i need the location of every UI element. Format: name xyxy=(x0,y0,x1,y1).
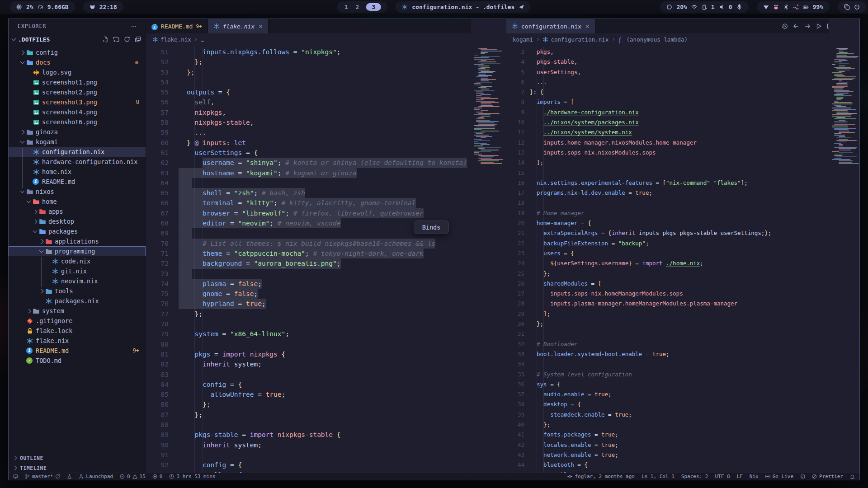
tree-item-docs[interactable]: docs xyxy=(9,57,146,67)
statusbar-encoding[interactable]: UTF-8 xyxy=(715,473,730,480)
new-file-icon[interactable] xyxy=(102,36,108,42)
tree-item-code-nix[interactable]: code.nix xyxy=(9,256,146,266)
selection-highlight xyxy=(179,178,192,188)
tab-flake-nix[interactable]: flake.nix× xyxy=(208,19,269,33)
panel-header-timeline[interactable]: TIMELINE xyxy=(9,463,146,473)
statusbar-notifications[interactable] xyxy=(850,473,855,480)
minimap-line xyxy=(481,67,490,68)
tree-item-logo-svg[interactable]: logo.svg xyxy=(9,67,146,77)
tab-configuration-nix[interactable]: configuration.nix× xyxy=(506,19,595,33)
chevron-right-icon xyxy=(33,219,37,224)
tree-item-packages[interactable]: packages xyxy=(9,226,146,236)
statusbar-eol[interactable]: LF xyxy=(737,473,743,480)
tree-item-config[interactable]: config xyxy=(9,47,146,57)
tree-item-neovim-nix[interactable]: neovim.nix xyxy=(9,276,146,286)
window-title-pill[interactable]: configuration.nix - .dotfiles xyxy=(396,1,531,13)
breadcrumb-item-kogami[interactable]: kogami xyxy=(513,36,533,43)
statusbar-gitlens-blame[interactable]: foglar, 2 months ago xyxy=(567,473,634,480)
statusbar-cursor-position[interactable]: Ln 1, Col 1 xyxy=(642,473,675,480)
forward-icon[interactable] xyxy=(804,23,811,29)
tree-item-git-nix[interactable]: git.nix xyxy=(9,266,146,276)
minimap-line xyxy=(836,112,849,113)
statusbar-indentation[interactable]: Spaces: 2 xyxy=(681,473,708,480)
line-number: 21 xyxy=(506,228,524,238)
history-icon[interactable] xyxy=(782,23,788,29)
tab-readme-md[interactable]: iREADME.md9+ xyxy=(146,19,208,33)
explorer-more-icon[interactable] xyxy=(130,23,137,29)
minimap-line xyxy=(834,118,856,119)
tree-item-flake-lock[interactable]: flake.lock xyxy=(9,326,146,336)
workspace-root-header[interactable]: .DOTFILES xyxy=(9,33,146,45)
run-icon[interactable] xyxy=(816,23,822,29)
tree-item-readme-md[interactable]: iREADME.md xyxy=(9,177,146,187)
tree-item-nixos[interactable]: nixos xyxy=(9,187,146,197)
workspace-button-2[interactable]: 2 xyxy=(355,4,360,10)
tree-item-flake-nix[interactable]: flake.nix xyxy=(9,336,146,346)
refresh-icon[interactable] xyxy=(124,36,130,42)
minimap[interactable] xyxy=(829,19,859,473)
tree-item-screenshot2-png[interactable]: screenshot2.png xyxy=(9,87,146,97)
line-content: inputs.sops-nix.nixosModules.sops xyxy=(530,148,656,158)
tree-item-screenshot6-png[interactable]: screenshot6.png xyxy=(9,117,146,127)
breadcrumb-item-configuration-nix[interactable]: configuration.nix xyxy=(542,36,609,43)
statusbar-ports[interactable]: 0 xyxy=(152,473,163,480)
statusbar-launchpad[interactable]: Launchpad xyxy=(79,473,113,480)
tree-item-todo-md[interactable]: ✓TODO.md xyxy=(9,356,146,366)
memory-gauge-icon xyxy=(38,4,43,10)
tree-item-screenshot3-png[interactable]: screenshot3.pngU xyxy=(9,97,146,107)
statusbar-problems[interactable]: 015 xyxy=(120,473,146,480)
tree-item-home-nix[interactable]: home.nix xyxy=(9,167,146,177)
statusbar-language-mode[interactable]: Nix xyxy=(750,473,759,480)
close-icon[interactable]: × xyxy=(259,23,262,30)
tree-item-desktop[interactable]: desktop xyxy=(9,216,146,226)
breadcrumb-item-flake-nix[interactable]: flake.nix xyxy=(152,36,191,43)
system-stats[interactable]: 2% 9.66GB xyxy=(10,1,75,13)
tree-item-packages-nix[interactable]: packages.nix xyxy=(9,296,146,306)
tree-item-kogami[interactable]: kogami xyxy=(9,137,146,147)
statusbar-remote-indicator[interactable] xyxy=(13,473,18,480)
session-tray[interactable] xyxy=(838,1,866,13)
folder-icon xyxy=(26,188,33,195)
panel-header-outline[interactable]: OUTLINE xyxy=(9,453,146,463)
statusbar-cast[interactable] xyxy=(800,473,805,480)
tree-item-tools[interactable]: tools xyxy=(9,286,146,296)
connectivity-tray[interactable]: 99% xyxy=(757,1,830,13)
system-tray[interactable]: 20% 1 0 xyxy=(660,1,748,13)
line-content: config = { xyxy=(187,460,242,470)
tree-item-apps[interactable]: apps xyxy=(9,206,146,216)
new-folder-icon[interactable] xyxy=(113,36,119,42)
tree-item-readme-md[interactable]: iREADME.md9+ xyxy=(9,346,146,356)
tree-item-system[interactable]: system xyxy=(9,306,146,316)
tree-item-ginoza[interactable]: ginoza xyxy=(9,127,146,137)
tree-item-screenshot4-png[interactable]: screenshot4.png xyxy=(9,107,146,117)
statusbar-git-branch[interactable]: master* xyxy=(25,473,60,480)
statusbar-prettier[interactable]: Prettier xyxy=(812,473,843,480)
code-editor[interactable]: 3 pkgs,4 pkgs-stable,5 userSettings,6 ..… xyxy=(506,45,829,473)
tree-item-home[interactable]: home xyxy=(9,197,146,206)
collapse-all-icon[interactable] xyxy=(135,36,141,42)
statusbar-beaker[interactable] xyxy=(67,473,72,480)
tree-item-hardware-configuration-nix[interactable]: hardware-configuration.nix xyxy=(9,157,146,167)
breadcrumb-item-anonymous-lambda[interactable]: ƒ(anonymous lambda) xyxy=(618,36,688,43)
minimap[interactable] xyxy=(471,19,506,473)
code-line: 39 steamdeck.enable = true; xyxy=(506,410,829,420)
minimap-line xyxy=(476,99,484,100)
close-icon[interactable]: × xyxy=(585,23,589,30)
minimap-line xyxy=(481,71,495,72)
statusbar-wakatime[interactable]: 3 hrs 53 mins xyxy=(169,473,215,480)
tree-item-configuration-nix[interactable]: configuration.nix xyxy=(9,147,146,157)
tree-item-programming[interactable]: programming xyxy=(9,246,146,256)
tree-item-applications[interactable]: applications xyxy=(9,236,146,246)
clock-widget[interactable]: 22:18 xyxy=(83,1,123,13)
line-content: self, xyxy=(187,97,214,107)
workspace-button-3[interactable]: 3 xyxy=(366,3,381,11)
tree-item-screenshot1-png[interactable]: screenshot1.png xyxy=(9,77,146,87)
breadcrumb-item-[interactable]: … xyxy=(201,36,204,43)
statusbar-go-live[interactable]: Go Live xyxy=(765,473,793,480)
code-editor[interactable]: 51 inputs.nixpkgs.follows = "nixpkgs";52… xyxy=(146,45,471,473)
back-icon[interactable] xyxy=(793,23,799,29)
chevron-slot xyxy=(38,240,44,243)
line-number: 93 xyxy=(146,470,169,473)
tree-item-gitignore[interactable]: .gitignore xyxy=(9,316,146,326)
workspace-button-1[interactable]: 1 xyxy=(344,4,349,10)
